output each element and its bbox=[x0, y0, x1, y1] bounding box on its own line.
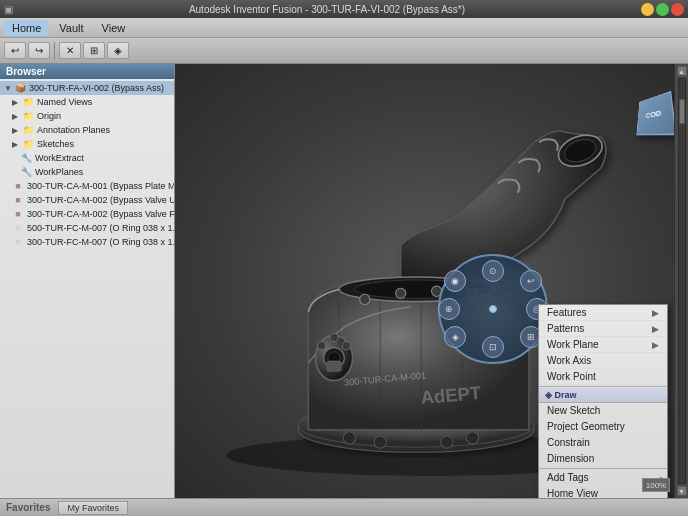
scroll-down-button[interactable]: ▼ bbox=[677, 486, 687, 496]
scroll-thumb[interactable] bbox=[679, 99, 685, 124]
ctx-divider-2 bbox=[539, 468, 667, 469]
item-label: Annotation Planes bbox=[37, 125, 110, 135]
folder-icon: 📁 bbox=[22, 110, 34, 122]
pie-icon-bottom[interactable]: ⊡ bbox=[482, 336, 504, 358]
svg-point-17 bbox=[342, 342, 350, 350]
list-item[interactable]: 🔧 WorkExtract bbox=[0, 151, 174, 165]
expand-icon: ▶ bbox=[12, 126, 20, 134]
ctx-features[interactable]: Features ▶ bbox=[539, 305, 667, 321]
zoom-btn-area: 100% bbox=[642, 478, 670, 492]
title-bar: ▣ Autodesk Inventor Fusion - 300-TUR-FA-… bbox=[0, 0, 688, 18]
scroll-up-button[interactable]: ▲ bbox=[677, 66, 687, 76]
pie-icon-left[interactable]: ⊕ bbox=[438, 298, 460, 320]
svg-point-4 bbox=[343, 432, 355, 444]
view-cube[interactable]: COD bbox=[633, 94, 673, 134]
part-icon: ■ bbox=[12, 180, 24, 192]
svg-point-23 bbox=[396, 288, 406, 298]
item-label: Named Views bbox=[37, 97, 92, 107]
maximize-button[interactable] bbox=[656, 3, 669, 16]
viewport[interactable]: COD bbox=[175, 64, 688, 498]
close-button[interactable] bbox=[671, 3, 684, 16]
menu-vault[interactable]: Vault bbox=[51, 20, 91, 36]
submenu-arrow: ▶ bbox=[652, 340, 659, 350]
part-icon: ■ bbox=[12, 208, 24, 220]
item-label: Origin bbox=[37, 111, 61, 121]
menu-home[interactable]: Home bbox=[4, 20, 49, 36]
ctx-patterns[interactable]: Patterns ▶ bbox=[539, 321, 667, 337]
expand-icon: ▶ bbox=[12, 140, 20, 148]
item-label: 500-TUR-FC-M-007 (O Ring 038 x 1.5 (2):1 bbox=[27, 223, 174, 233]
toolbar: ↩ ↪ ✕ ⊞ ◈ bbox=[0, 38, 688, 64]
list-item[interactable]: ▶ 📁 Named Views bbox=[0, 95, 174, 109]
ctx-work-point[interactable]: Work Point bbox=[539, 369, 667, 385]
tree-expand-icon: ▼ bbox=[4, 84, 12, 92]
toolbar-btn-2[interactable]: ⊞ bbox=[83, 42, 105, 59]
item-label: 300-TUR-FC-M-007 (O Ring 038 x 1.5 (2):2 bbox=[27, 237, 174, 247]
svg-point-7 bbox=[374, 436, 386, 448]
pie-icon-top[interactable]: ⊙ bbox=[482, 260, 504, 282]
menu-view[interactable]: View bbox=[94, 20, 134, 36]
submenu-arrow: ▶ bbox=[652, 308, 659, 318]
work-icon: 🔧 bbox=[20, 152, 32, 164]
ctx-work-axis[interactable]: Work Axis bbox=[539, 353, 667, 369]
ctx-label: Work Axis bbox=[547, 355, 591, 366]
ctx-divider bbox=[539, 386, 667, 387]
ctx-label: New Sketch bbox=[547, 405, 600, 416]
ctx-label: Home View bbox=[547, 488, 598, 498]
list-item[interactable]: ■ 300-TUR-CA-M-002 (Bypass Valve FR Mach… bbox=[0, 207, 174, 221]
pie-icon-topleft[interactable]: ◉ bbox=[444, 270, 466, 292]
item-label: WorkExtract bbox=[35, 153, 84, 163]
toolbar-btn-1[interactable]: ✕ bbox=[59, 42, 81, 59]
ctx-label: Dimension bbox=[547, 453, 594, 464]
ctx-label: Features bbox=[547, 307, 586, 318]
pie-icon-bottomleft[interactable]: ◈ bbox=[444, 326, 466, 348]
right-scrollbar: ▲ ▼ bbox=[674, 64, 688, 498]
favorites-label: Favorites bbox=[6, 502, 50, 513]
minimize-button[interactable] bbox=[641, 3, 654, 16]
list-item[interactable]: ○ 300-TUR-FC-M-007 (O Ring 038 x 1.5 (2)… bbox=[0, 235, 174, 249]
item-label: 300-TUR-CA-M-001 (Bypass Plate Moc):1 bbox=[27, 181, 174, 191]
ctx-dimension[interactable]: Dimension bbox=[539, 451, 667, 467]
title-bar-controls bbox=[641, 3, 684, 16]
ctx-project-geo[interactable]: Project Geometry bbox=[539, 419, 667, 435]
list-item[interactable]: 🔧 WorkPlanes bbox=[0, 165, 174, 179]
svg-point-6 bbox=[466, 432, 478, 444]
list-item[interactable]: ▶ 📁 Annotation Planes bbox=[0, 123, 174, 137]
undo-button[interactable]: ↩ bbox=[4, 42, 26, 59]
toolbar-separator bbox=[54, 42, 55, 60]
favorites-content: My Favorites bbox=[58, 501, 682, 515]
tree-root-label: 300-TUR-FA-VI-002 (Bypass Ass) bbox=[29, 83, 164, 93]
pie-icon-topright[interactable]: ↩ bbox=[520, 270, 542, 292]
list-item[interactable]: ▶ 📁 Origin bbox=[0, 109, 174, 123]
tree-root[interactable]: ▼ 📦 300-TUR-FA-VI-002 (Bypass Ass) bbox=[0, 81, 174, 95]
main-area: Browser ▼ 📦 300-TUR-FA-VI-002 (Bypass As… bbox=[0, 64, 688, 498]
toolbar-btn-3[interactable]: ◈ bbox=[107, 42, 129, 59]
pie-circle: ⊙ ↩ ◎ ⊞ ⊡ ◈ ⊕ ◉ bbox=[438, 254, 548, 364]
list-item[interactable]: ■ 300-TUR-CA-M-001 (Bypass Plate Moc):1 bbox=[0, 179, 174, 193]
browser-tree[interactable]: ▼ 📦 300-TUR-FA-VI-002 (Bypass Ass) ▶ 📁 N… bbox=[0, 79, 174, 498]
favorites-bar: Favorites My Favorites bbox=[0, 498, 688, 516]
submenu-arrow: ▶ bbox=[652, 324, 659, 334]
item-label: 300-TUR-CA-M-002 (Bypass Valve FR Mach):… bbox=[27, 209, 174, 219]
my-favorites-button[interactable]: My Favorites bbox=[58, 501, 128, 515]
tree-root-icon: 📦 bbox=[14, 82, 26, 94]
folder-icon: 📁 bbox=[22, 96, 34, 108]
part-icon: ■ bbox=[12, 194, 24, 206]
list-item[interactable]: ○ 500-TUR-FC-M-007 (O Ring 038 x 1.5 (2)… bbox=[0, 221, 174, 235]
ring-icon: ○ bbox=[12, 236, 24, 248]
list-item[interactable]: ▶ 📁 Sketches bbox=[0, 137, 174, 151]
pie-center bbox=[489, 305, 497, 313]
item-label: 300-TUR-CA-M-002 (Bypass Valve Un Mach):… bbox=[27, 195, 174, 205]
browser-panel: Browser ▼ 📦 300-TUR-FA-VI-002 (Bypass As… bbox=[0, 64, 175, 498]
browser-header: Browser bbox=[0, 64, 174, 79]
menu-bar: Home Vault View bbox=[0, 18, 688, 38]
ctx-label: Constrain bbox=[547, 437, 590, 448]
zoom-indicator[interactable]: 100% bbox=[642, 478, 670, 492]
list-item[interactable]: ■ 300-TUR-CA-M-002 (Bypass Valve Un Mach… bbox=[0, 193, 174, 207]
ctx-label: Project Geometry bbox=[547, 421, 625, 432]
cube-face: COD bbox=[636, 91, 676, 136]
redo-button[interactable]: ↪ bbox=[28, 42, 50, 59]
ctx-constrain[interactable]: Constrain bbox=[539, 435, 667, 451]
ctx-work-plane[interactable]: Work Plane ▶ bbox=[539, 337, 667, 353]
ctx-new-sketch[interactable]: New Sketch bbox=[539, 403, 667, 419]
